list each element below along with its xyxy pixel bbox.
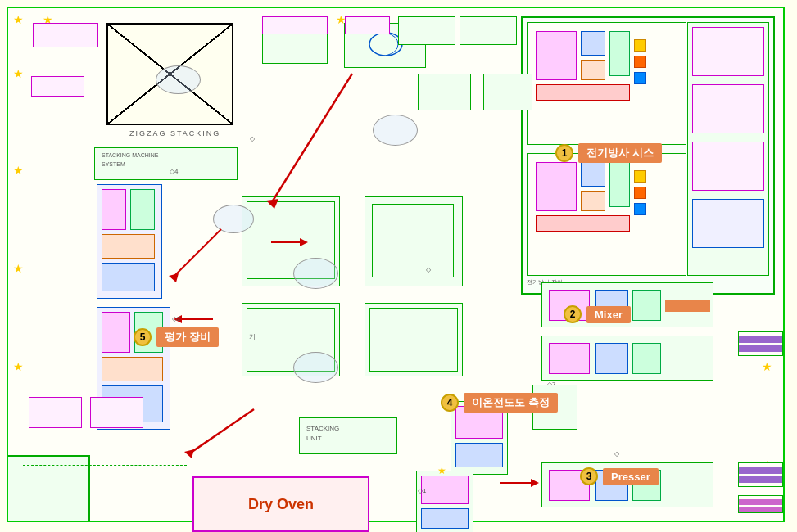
bc-star-icon: ★ xyxy=(437,465,446,476)
text-box-label2: SYSTEM xyxy=(102,161,125,167)
lm1-comp2 xyxy=(130,189,155,230)
bottom-center-machine: ★ xyxy=(416,471,473,532)
star-icon: ★ xyxy=(13,67,24,80)
bc-comp2 xyxy=(421,508,469,529)
star-icon: ★ xyxy=(13,164,24,177)
right-connector-2 xyxy=(738,462,783,487)
text-box-label: STACKING MACHINE xyxy=(102,152,159,158)
center-right-box1 xyxy=(483,74,532,110)
separator-line xyxy=(23,465,187,467)
star-icon: ★ xyxy=(13,13,24,26)
svg-marker-8 xyxy=(184,449,194,458)
machine-bottom-unit xyxy=(527,153,686,276)
mach-component-b1 xyxy=(536,162,577,211)
right-col-mid xyxy=(692,84,764,133)
stacking-label: STACKING xyxy=(306,425,339,432)
machine-top-unit xyxy=(527,22,686,145)
right-col-top xyxy=(692,27,764,76)
svg-line-3 xyxy=(270,74,352,205)
badge-circle-3: 3 xyxy=(580,467,598,485)
right-col xyxy=(687,22,769,276)
connector-bar xyxy=(739,336,782,343)
star-icon: ★ xyxy=(13,262,24,275)
mixer-comp3 xyxy=(632,290,661,321)
badge-2: 2 Mixer xyxy=(564,305,631,323)
mach-component5 xyxy=(536,84,630,101)
lm1-comp4 xyxy=(102,263,155,291)
star-icon: ★ xyxy=(13,360,24,373)
mach-detail-orange xyxy=(634,56,646,68)
mach-detail-yellow-b xyxy=(634,170,646,183)
top-label-box xyxy=(262,16,328,34)
right-col-low xyxy=(692,142,764,191)
mid-right-inner xyxy=(372,204,454,277)
small-label-6: ◇ xyxy=(614,450,619,458)
mach-component xyxy=(536,31,577,80)
mixer-bar xyxy=(665,300,710,312)
mach-component-b5 xyxy=(536,215,630,232)
bc-comp1 xyxy=(421,476,469,504)
ion-comp2 xyxy=(455,443,503,467)
svg-line-5 xyxy=(172,229,221,278)
lm1-comp3 xyxy=(102,234,155,259)
top-right-mag-box xyxy=(345,16,390,34)
mach-component4 xyxy=(609,31,630,76)
badge-1: 1 전기방사 시스 xyxy=(555,143,662,163)
lm2-comp1 xyxy=(102,312,130,353)
badge-label-3: Presser xyxy=(603,468,659,485)
right-connector-3 xyxy=(738,495,783,513)
badge-circle-5: 5 xyxy=(134,328,152,346)
storage-box1 xyxy=(29,397,82,428)
small-box-tl xyxy=(33,23,98,47)
mach-component2 xyxy=(581,31,605,56)
center-arrow-svg xyxy=(263,226,312,259)
badge-label-4: 이온전도도 측정 xyxy=(464,393,558,413)
lower-center-label: 기 xyxy=(249,332,256,341)
badge-3: 3 Presser xyxy=(580,467,659,485)
presser-comp2 xyxy=(595,343,628,374)
lm1-comp1 xyxy=(102,189,126,230)
floor-plan: ★ ★ ★ ★ ★ ★ ★ ★ ★ ★ ★ ★ ★ ★ ★ ★ ★ ★ ZIGZ… xyxy=(7,7,785,522)
right-connector-1 xyxy=(738,331,783,356)
mid-right-box1 xyxy=(365,196,463,286)
small-label-1: ◇4 xyxy=(170,168,178,175)
storage-box2 xyxy=(90,397,143,428)
flow-cloud-3 xyxy=(293,258,338,289)
presser-comp3 xyxy=(632,343,661,374)
presser-area-box xyxy=(541,336,713,381)
connector-bar2 xyxy=(739,345,782,352)
badge-label-5: 평가 장비 xyxy=(156,327,219,347)
stacking-label2: UNIT xyxy=(306,435,322,442)
mach-component-b4 xyxy=(609,162,630,207)
connector-bar4 xyxy=(739,476,782,483)
flow-cloud-1 xyxy=(156,65,201,94)
badge-4: 4 이온전도도 측정 xyxy=(441,393,558,413)
mach-detail-orange-b xyxy=(634,187,646,199)
lower-right-box xyxy=(365,303,463,376)
svg-marker-10 xyxy=(531,479,539,487)
flow-cloud-2 xyxy=(213,205,254,233)
badge-circle-2: 2 xyxy=(564,305,582,323)
mach-component-b2 xyxy=(581,162,605,187)
canvas: ★ ★ ★ ★ ★ ★ ★ ★ ★ ★ ★ ★ ★ ★ ★ ★ ★ ★ ZIGZ… xyxy=(0,0,797,532)
mach-detail-blue-b xyxy=(634,203,646,215)
stacking-box: STACKING UNIT xyxy=(299,417,397,454)
small-label-3: ◇ xyxy=(250,135,255,142)
flow-cloud-4 xyxy=(293,352,338,383)
lower-right-inner xyxy=(369,308,458,372)
svg-line-7 xyxy=(188,409,254,454)
small-label-box-1 xyxy=(31,76,84,97)
badge-label-1: 전기방사 시스 xyxy=(578,143,662,163)
connector-bar5 xyxy=(739,499,782,505)
badge-circle-4: 4 xyxy=(441,394,459,412)
right-col-bot xyxy=(692,199,764,248)
badge-circle-1: 1 xyxy=(555,144,573,162)
dry-oven-box: Dry Oven xyxy=(192,476,369,532)
connector-bar3 xyxy=(739,467,782,474)
flow-cloud-5 xyxy=(373,115,418,146)
small-label-7: ◇1 xyxy=(418,487,426,494)
small-label-4: ◇ xyxy=(426,266,431,273)
top-right-box1 xyxy=(460,16,517,45)
svg-marker-2 xyxy=(300,238,308,246)
mach-component-b3 xyxy=(581,191,605,211)
